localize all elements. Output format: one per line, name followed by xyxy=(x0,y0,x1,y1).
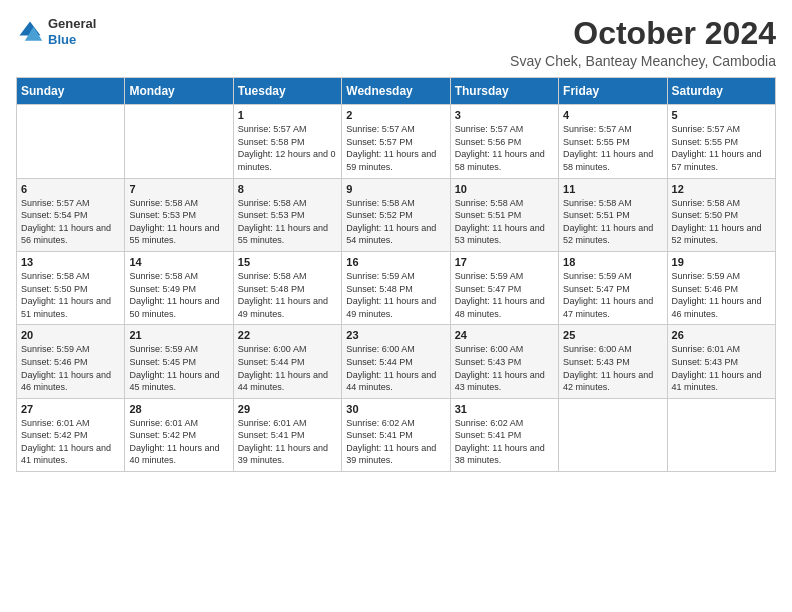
day-number: 25 xyxy=(563,329,662,341)
day-info: Sunrise: 5:58 AMSunset: 5:52 PMDaylight:… xyxy=(346,197,445,247)
day-number: 18 xyxy=(563,256,662,268)
calendar-cell: 20Sunrise: 5:59 AMSunset: 5:46 PMDayligh… xyxy=(17,325,125,398)
day-number: 4 xyxy=(563,109,662,121)
calendar-table: SundayMondayTuesdayWednesdayThursdayFrid… xyxy=(16,77,776,472)
day-info: Sunrise: 5:57 AMSunset: 5:57 PMDaylight:… xyxy=(346,123,445,173)
page-container: General Blue October 2024 Svay Chek, Ban… xyxy=(16,16,776,472)
calendar-cell: 8Sunrise: 5:58 AMSunset: 5:53 PMDaylight… xyxy=(233,178,341,251)
day-number: 2 xyxy=(346,109,445,121)
calendar-cell: 19Sunrise: 5:59 AMSunset: 5:46 PMDayligh… xyxy=(667,251,775,324)
day-number: 8 xyxy=(238,183,337,195)
day-number: 26 xyxy=(672,329,771,341)
day-number: 31 xyxy=(455,403,554,415)
week-row-5: 27Sunrise: 6:01 AMSunset: 5:42 PMDayligh… xyxy=(17,398,776,471)
day-number: 5 xyxy=(672,109,771,121)
day-number: 9 xyxy=(346,183,445,195)
day-info: Sunrise: 5:58 AMSunset: 5:51 PMDaylight:… xyxy=(455,197,554,247)
header: General Blue October 2024 Svay Chek, Ban… xyxy=(16,16,776,69)
day-number: 22 xyxy=(238,329,337,341)
day-info: Sunrise: 5:58 AMSunset: 5:51 PMDaylight:… xyxy=(563,197,662,247)
weekday-header-tuesday: Tuesday xyxy=(233,78,341,105)
calendar-cell: 26Sunrise: 6:01 AMSunset: 5:43 PMDayligh… xyxy=(667,325,775,398)
day-number: 30 xyxy=(346,403,445,415)
location-title: Svay Chek, Banteay Meanchey, Cambodia xyxy=(510,53,776,69)
calendar-cell: 7Sunrise: 5:58 AMSunset: 5:53 PMDaylight… xyxy=(125,178,233,251)
weekday-header-wednesday: Wednesday xyxy=(342,78,450,105)
calendar-cell: 28Sunrise: 6:01 AMSunset: 5:42 PMDayligh… xyxy=(125,398,233,471)
day-info: Sunrise: 6:01 AMSunset: 5:43 PMDaylight:… xyxy=(672,343,771,393)
logo-blue-label: Blue xyxy=(48,32,96,48)
calendar-cell: 4Sunrise: 5:57 AMSunset: 5:55 PMDaylight… xyxy=(559,105,667,178)
calendar-cell: 5Sunrise: 5:57 AMSunset: 5:55 PMDaylight… xyxy=(667,105,775,178)
calendar-cell: 13Sunrise: 5:58 AMSunset: 5:50 PMDayligh… xyxy=(17,251,125,324)
weekday-header-sunday: Sunday xyxy=(17,78,125,105)
day-number: 28 xyxy=(129,403,228,415)
day-info: Sunrise: 5:58 AMSunset: 5:48 PMDaylight:… xyxy=(238,270,337,320)
weekday-header-saturday: Saturday xyxy=(667,78,775,105)
day-info: Sunrise: 6:01 AMSunset: 5:42 PMDaylight:… xyxy=(129,417,228,467)
day-number: 12 xyxy=(672,183,771,195)
day-number: 11 xyxy=(563,183,662,195)
calendar-cell: 17Sunrise: 5:59 AMSunset: 5:47 PMDayligh… xyxy=(450,251,558,324)
calendar-cell: 30Sunrise: 6:02 AMSunset: 5:41 PMDayligh… xyxy=(342,398,450,471)
weekday-header-monday: Monday xyxy=(125,78,233,105)
day-number: 29 xyxy=(238,403,337,415)
day-number: 10 xyxy=(455,183,554,195)
day-info: Sunrise: 5:58 AMSunset: 5:53 PMDaylight:… xyxy=(129,197,228,247)
calendar-cell xyxy=(667,398,775,471)
calendar-cell: 2Sunrise: 5:57 AMSunset: 5:57 PMDaylight… xyxy=(342,105,450,178)
day-info: Sunrise: 5:57 AMSunset: 5:54 PMDaylight:… xyxy=(21,197,120,247)
day-info: Sunrise: 6:00 AMSunset: 5:44 PMDaylight:… xyxy=(346,343,445,393)
calendar-cell: 31Sunrise: 6:02 AMSunset: 5:41 PMDayligh… xyxy=(450,398,558,471)
day-info: Sunrise: 6:02 AMSunset: 5:41 PMDaylight:… xyxy=(346,417,445,467)
day-info: Sunrise: 6:01 AMSunset: 5:41 PMDaylight:… xyxy=(238,417,337,467)
day-info: Sunrise: 5:59 AMSunset: 5:48 PMDaylight:… xyxy=(346,270,445,320)
logo-text: General Blue xyxy=(48,16,96,47)
calendar-cell: 18Sunrise: 5:59 AMSunset: 5:47 PMDayligh… xyxy=(559,251,667,324)
day-info: Sunrise: 5:59 AMSunset: 5:46 PMDaylight:… xyxy=(21,343,120,393)
month-title: October 2024 xyxy=(510,16,776,51)
calendar-cell: 10Sunrise: 5:58 AMSunset: 5:51 PMDayligh… xyxy=(450,178,558,251)
title-area: October 2024 Svay Chek, Banteay Meanchey… xyxy=(510,16,776,69)
day-info: Sunrise: 5:58 AMSunset: 5:50 PMDaylight:… xyxy=(672,197,771,247)
day-number: 19 xyxy=(672,256,771,268)
weekday-header-row: SundayMondayTuesdayWednesdayThursdayFrid… xyxy=(17,78,776,105)
day-info: Sunrise: 6:00 AMSunset: 5:43 PMDaylight:… xyxy=(455,343,554,393)
day-info: Sunrise: 6:00 AMSunset: 5:43 PMDaylight:… xyxy=(563,343,662,393)
weekday-header-thursday: Thursday xyxy=(450,78,558,105)
calendar-cell xyxy=(559,398,667,471)
day-info: Sunrise: 5:57 AMSunset: 5:58 PMDaylight:… xyxy=(238,123,337,173)
day-number: 7 xyxy=(129,183,228,195)
week-row-4: 20Sunrise: 5:59 AMSunset: 5:46 PMDayligh… xyxy=(17,325,776,398)
day-number: 21 xyxy=(129,329,228,341)
day-number: 15 xyxy=(238,256,337,268)
weekday-header-friday: Friday xyxy=(559,78,667,105)
calendar-cell: 6Sunrise: 5:57 AMSunset: 5:54 PMDaylight… xyxy=(17,178,125,251)
calendar-cell: 27Sunrise: 6:01 AMSunset: 5:42 PMDayligh… xyxy=(17,398,125,471)
calendar-cell: 25Sunrise: 6:00 AMSunset: 5:43 PMDayligh… xyxy=(559,325,667,398)
day-info: Sunrise: 5:57 AMSunset: 5:55 PMDaylight:… xyxy=(563,123,662,173)
week-row-2: 6Sunrise: 5:57 AMSunset: 5:54 PMDaylight… xyxy=(17,178,776,251)
logo-icon xyxy=(16,18,44,46)
calendar-cell: 15Sunrise: 5:58 AMSunset: 5:48 PMDayligh… xyxy=(233,251,341,324)
calendar-cell: 3Sunrise: 5:57 AMSunset: 5:56 PMDaylight… xyxy=(450,105,558,178)
calendar-cell: 14Sunrise: 5:58 AMSunset: 5:49 PMDayligh… xyxy=(125,251,233,324)
day-number: 16 xyxy=(346,256,445,268)
day-info: Sunrise: 6:02 AMSunset: 5:41 PMDaylight:… xyxy=(455,417,554,467)
day-number: 3 xyxy=(455,109,554,121)
day-info: Sunrise: 5:58 AMSunset: 5:50 PMDaylight:… xyxy=(21,270,120,320)
day-info: Sunrise: 5:59 AMSunset: 5:47 PMDaylight:… xyxy=(455,270,554,320)
day-info: Sunrise: 5:59 AMSunset: 5:47 PMDaylight:… xyxy=(563,270,662,320)
calendar-cell xyxy=(125,105,233,178)
day-info: Sunrise: 6:00 AMSunset: 5:44 PMDaylight:… xyxy=(238,343,337,393)
calendar-cell xyxy=(17,105,125,178)
logo: General Blue xyxy=(16,16,96,47)
calendar-cell: 24Sunrise: 6:00 AMSunset: 5:43 PMDayligh… xyxy=(450,325,558,398)
calendar-cell: 9Sunrise: 5:58 AMSunset: 5:52 PMDaylight… xyxy=(342,178,450,251)
calendar-cell: 21Sunrise: 5:59 AMSunset: 5:45 PMDayligh… xyxy=(125,325,233,398)
day-number: 13 xyxy=(21,256,120,268)
day-number: 23 xyxy=(346,329,445,341)
calendar-cell: 11Sunrise: 5:58 AMSunset: 5:51 PMDayligh… xyxy=(559,178,667,251)
day-info: Sunrise: 6:01 AMSunset: 5:42 PMDaylight:… xyxy=(21,417,120,467)
calendar-cell: 1Sunrise: 5:57 AMSunset: 5:58 PMDaylight… xyxy=(233,105,341,178)
